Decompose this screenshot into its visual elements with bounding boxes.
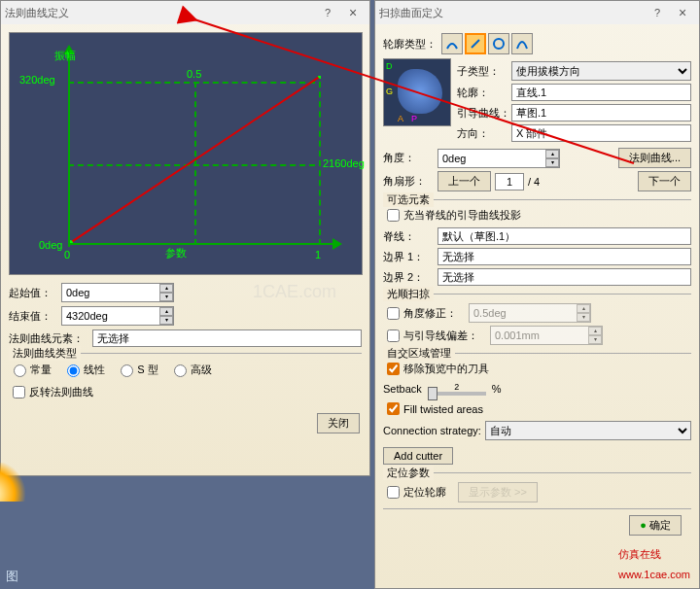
start-spinner[interactable]: ▴▾ [159, 284, 173, 301]
profile-type-explicit-icon[interactable] [441, 33, 463, 54]
radio-constant[interactable] [14, 364, 26, 377]
connection-strategy-label: Connection strategy: [383, 425, 481, 436]
ok-button[interactable]: ● 确定 [629, 515, 682, 536]
fill-twisted-checkbox[interactable] [387, 402, 400, 415]
x-tick-0: 0 [64, 249, 70, 260]
setback-slider[interactable] [428, 392, 486, 396]
selfint-group-label: 自交区域管理 [383, 346, 455, 361]
preview-thumbnail: D G A P [383, 58, 451, 126]
setback-label: Setback [383, 383, 422, 395]
y-tick-2160: 2160deg [323, 157, 365, 169]
smooth-group-label: 光顺扫掠 [383, 287, 434, 301]
setback-unit: % [492, 383, 502, 395]
prev-sector-button[interactable]: 上一个 [438, 171, 491, 191]
watermark: 仿真在线www.1cae.com [618, 542, 690, 583]
end-spinner[interactable]: ▴▾ [159, 307, 173, 325]
guide-curve-input[interactable] [511, 104, 691, 121]
start-value-input[interactable] [62, 284, 159, 301]
y-axis-title: 振幅 [54, 49, 76, 63]
dialog-title: 法则曲线定义 [5, 6, 315, 20]
titlebar-right: 扫掠曲面定义 ? × [375, 1, 699, 24]
angle-input[interactable] [438, 150, 545, 167]
reverse-law-checkbox[interactable] [13, 386, 25, 398]
end-value-label: 结束值： [9, 309, 61, 324]
close-icon-right[interactable]: × [670, 3, 695, 22]
y-tick-0deg: 0deg [39, 239, 62, 251]
sector-total: / 4 [528, 176, 540, 188]
direction-label: 方向： [457, 126, 511, 141]
contour-input[interactable] [511, 84, 691, 101]
close-button[interactable]: 关闭 [317, 413, 360, 433]
boundary1-input[interactable] [438, 248, 691, 265]
position-contour-checkbox[interactable] [387, 486, 400, 499]
svg-line-3 [472, 40, 479, 48]
y-tick-320: 320deg [19, 74, 55, 86]
x-tick-1: 1 [315, 249, 321, 260]
watermark-faint: 1CAE.com [253, 282, 336, 302]
optional-group-label: 可选元素 [383, 192, 434, 207]
angle-correction-input [470, 304, 577, 322]
angle-correction-checkbox[interactable] [387, 307, 400, 320]
guide-deviation-checkbox[interactable] [387, 329, 400, 342]
setback-tick: 2 [454, 382, 459, 392]
direction-input[interactable] [511, 124, 691, 142]
svg-line-0 [70, 76, 321, 243]
end-value-input[interactable] [62, 307, 159, 325]
contour-label: 轮廓： [457, 86, 511, 100]
profile-type-conic-icon[interactable] [511, 33, 533, 54]
law-element-input[interactable] [92, 329, 362, 347]
subtype-select[interactable]: 使用拔模方向 [511, 61, 691, 81]
sector-label: 角扇形： [383, 174, 434, 189]
add-cutter-button[interactable]: Add cutter [383, 447, 453, 465]
next-sector-button[interactable]: 下一个 [638, 171, 691, 191]
dialog-title-right: 扫掠曲面定义 [379, 6, 645, 20]
guide-curve-label: 引导曲线： [457, 106, 511, 121]
connection-strategy-select[interactable]: 自动 [485, 421, 691, 440]
profile-type-circle-icon[interactable] [488, 33, 509, 54]
law-element-label: 法则曲线元素： [9, 331, 92, 346]
figure-caption: 图 [6, 568, 18, 585]
remove-cutter-checkbox[interactable] [387, 363, 400, 375]
start-value-label: 起始值： [9, 286, 61, 300]
radio-advanced[interactable] [174, 364, 187, 377]
law-curve-dialog: 法则曲线定义 ? × 振幅 320deg 2160deg 0deg 0 0.5 … [0, 0, 370, 476]
spine-input[interactable] [438, 227, 691, 245]
sector-input[interactable] [495, 173, 524, 191]
boundary2-label: 边界 2： [383, 270, 438, 285]
boundary1-label: 边界 1： [383, 250, 438, 264]
profile-type-line-icon[interactable] [465, 33, 486, 54]
x-axis-title: 参数 [165, 246, 187, 260]
svg-point-4 [494, 39, 504, 49]
guide-deviation-input [491, 327, 588, 344]
close-icon[interactable]: × [340, 3, 366, 22]
help-button[interactable]: ? [315, 3, 340, 22]
angle-label: 角度： [383, 151, 434, 165]
show-params-button: 显示参数 >> [458, 482, 538, 502]
angle-spinner[interactable]: ▴▾ [545, 150, 559, 167]
law-curve-chart: 振幅 320deg 2160deg 0deg 0 0.5 参数 1 [9, 32, 363, 275]
boundary2-input[interactable] [438, 268, 691, 286]
sweep-surface-dialog: 扫掠曲面定义 ? × 轮廓类型： D G A P 子类型： 使用拔模方 [374, 0, 700, 589]
law-line [70, 76, 321, 243]
law-type-group-label: 法则曲线类型 [9, 346, 81, 361]
law-curve-button[interactable]: 法则曲线... [618, 148, 691, 168]
radio-linear[interactable] [67, 364, 80, 377]
decoration-sunburst [0, 463, 39, 502]
spine-label: 脊线： [383, 229, 438, 244]
profile-type-label: 轮廓类型： [383, 37, 441, 52]
help-button-right[interactable]: ? [645, 3, 670, 22]
subtype-label: 子类型： [457, 64, 511, 79]
position-group-label: 定位参数 [383, 466, 434, 480]
titlebar: 法则曲线定义 ? × [1, 1, 369, 24]
radio-s-type[interactable] [121, 364, 133, 377]
spine-projection-checkbox[interactable] [387, 209, 400, 222]
